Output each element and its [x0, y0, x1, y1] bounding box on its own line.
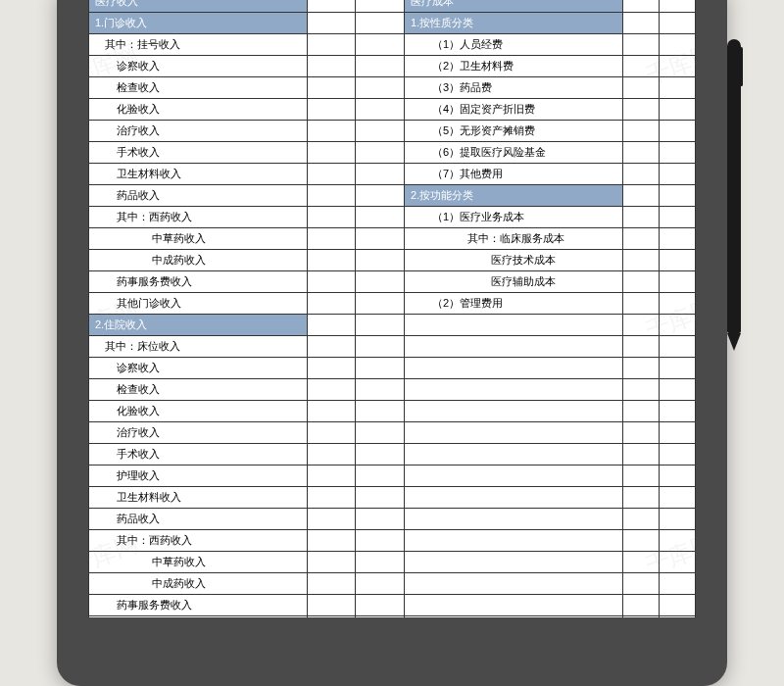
value-cell [622, 444, 659, 466]
cost-label: （5）无形资产摊销费 [404, 121, 622, 142]
income-label: 中草药收入 [89, 552, 308, 573]
document-screen: 千库网 千库网 千库网 千库网 千库网 千库网 医疗收入医疗成本1.门诊收入1.… [88, 0, 696, 617]
value-cell [622, 336, 659, 358]
value-cell [307, 142, 356, 164]
income-label: 1.门诊收入 [89, 13, 308, 34]
value-cell [356, 77, 405, 99]
income-label: 其中：床位收入 [89, 336, 308, 358]
value-cell [356, 228, 405, 250]
table-row: 其中：西药收入（1）医疗业务成本 [89, 207, 696, 228]
value-cell [659, 121, 695, 142]
value-cell [307, 379, 356, 401]
value-cell [659, 34, 695, 56]
income-label: 化验收入 [89, 401, 308, 422]
value-cell [622, 466, 659, 487]
value-cell [622, 573, 659, 595]
value-cell [356, 56, 405, 77]
value-cell [622, 595, 659, 616]
value-cell [356, 358, 405, 379]
income-label: 药品收入 [89, 185, 308, 207]
table-row: 药品收入2.按功能分类 [89, 185, 696, 207]
value-cell [659, 573, 695, 595]
cost-label [404, 552, 622, 573]
value-cell [659, 616, 695, 618]
value-cell [622, 358, 659, 379]
table-row: 2.住院收入 [89, 315, 696, 336]
value-cell [622, 422, 659, 444]
value-cell [659, 13, 695, 34]
value-cell [356, 142, 405, 164]
cost-label [404, 336, 622, 358]
value-cell [356, 315, 405, 336]
cost-label: （1）医疗业务成本 [404, 207, 622, 228]
table-row: 卫生材料收入（7）其他费用 [89, 164, 696, 185]
income-label: 医疗收入 [89, 0, 308, 13]
value-cell [622, 56, 659, 77]
value-cell [622, 271, 659, 293]
value-cell [356, 466, 405, 487]
value-cell [659, 185, 695, 207]
financial-table: 医疗收入医疗成本1.门诊收入1.按性质分类其中：挂号收入（1）人员经费诊察收入（… [88, 0, 696, 617]
income-label: 治疗收入 [89, 121, 308, 142]
table-row: 治疗收入（5）无形资产摊销费 [89, 121, 696, 142]
table-row: 检查收入 [89, 379, 696, 401]
value-cell [307, 595, 356, 616]
value-cell [307, 13, 356, 34]
value-cell [659, 56, 695, 77]
cost-label [404, 595, 622, 616]
value-cell [659, 444, 695, 466]
value-cell [622, 13, 659, 34]
cost-label: 其中：临床服务成本 [404, 228, 622, 250]
value-cell [659, 271, 695, 293]
value-cell [622, 315, 659, 336]
cost-label [404, 466, 622, 487]
table-row: 其他门诊收入（2）管理费用 [89, 293, 696, 315]
value-cell [307, 77, 356, 99]
cost-label: 医疗成本 [404, 0, 622, 13]
value-cell [307, 358, 356, 379]
cost-label: 1.按性质分类 [404, 13, 622, 34]
value-cell [659, 293, 695, 315]
cost-label [404, 315, 622, 336]
value-cell [659, 0, 695, 13]
cost-label: 2.按功能分类 [404, 185, 622, 207]
value-cell [307, 401, 356, 422]
value-cell [356, 616, 405, 618]
income-label: 卫生材料收入 [89, 164, 308, 185]
value-cell [307, 444, 356, 466]
cost-label [404, 509, 622, 530]
table-row: 药事服务费收入 [89, 595, 696, 616]
cost-label [404, 422, 622, 444]
table-row: 卫生材料收入 [89, 487, 696, 509]
value-cell [307, 530, 356, 552]
income-label: 中成药收入 [89, 250, 308, 271]
table-row: 诊察收入（2）卫生材料费 [89, 56, 696, 77]
table-row: 中草药收入其中：临床服务成本 [89, 228, 696, 250]
income-label: 中成药收入 [89, 573, 308, 595]
value-cell [356, 0, 405, 13]
value-cell [307, 207, 356, 228]
value-cell [622, 77, 659, 99]
table-row: 中草药收入 [89, 552, 696, 573]
cost-label [404, 616, 622, 618]
table-row: 化验收入 [89, 401, 696, 422]
cost-label [404, 358, 622, 379]
table-row: 医疗收入医疗成本 [89, 0, 696, 13]
cost-label [404, 379, 622, 401]
value-cell [307, 0, 356, 13]
income-label: 中草药收入 [89, 228, 308, 250]
value-cell [659, 142, 695, 164]
value-cell [659, 422, 695, 444]
value-cell [307, 466, 356, 487]
value-cell [622, 142, 659, 164]
value-cell [622, 379, 659, 401]
value-cell [659, 379, 695, 401]
value-cell [622, 401, 659, 422]
value-cell [659, 358, 695, 379]
income-label: 检查收入 [89, 77, 308, 99]
value-cell [659, 164, 695, 185]
value-cell [356, 250, 405, 271]
cost-label [404, 530, 622, 552]
table-row: 其中：西药收入 [89, 530, 696, 552]
cost-label [404, 401, 622, 422]
